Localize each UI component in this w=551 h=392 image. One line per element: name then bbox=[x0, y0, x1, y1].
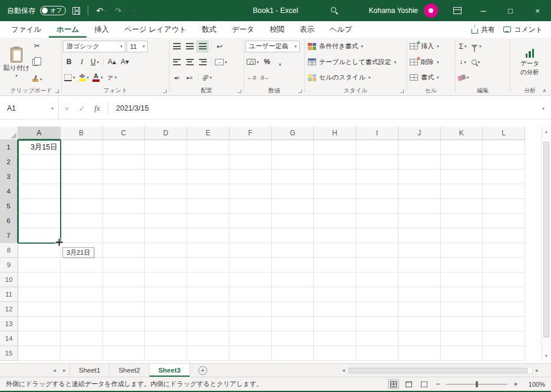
redo-button[interactable]: ↷▾ bbox=[113, 6, 127, 15]
sort-filter-button[interactable]: ▾ bbox=[470, 41, 483, 52]
cell-l6[interactable] bbox=[483, 214, 525, 228]
cell-c5[interactable] bbox=[103, 199, 145, 214]
cell-e6[interactable] bbox=[187, 214, 230, 228]
cell-a11[interactable] bbox=[18, 287, 61, 302]
cell-l11[interactable] bbox=[483, 287, 525, 302]
undo-button[interactable]: ↶▾ bbox=[94, 6, 108, 15]
phonetic-guide-button[interactable]: ァ▾ bbox=[105, 72, 118, 84]
row-header-12[interactable]: 12 bbox=[0, 302, 18, 317]
font-size-combo[interactable]: 11▾ bbox=[127, 41, 148, 52]
new-sheet-button[interactable]: + bbox=[198, 366, 207, 375]
copy-button[interactable]: ▾ bbox=[31, 57, 44, 68]
cell-e13[interactable] bbox=[187, 317, 230, 331]
cell-k8[interactable] bbox=[441, 243, 483, 258]
cell-j13[interactable] bbox=[399, 317, 441, 331]
cell-l8[interactable] bbox=[483, 243, 525, 258]
zoom-slider[interactable] bbox=[446, 384, 507, 385]
cell-a1[interactable]: 3月15日 bbox=[18, 140, 61, 155]
ribbon-tab-6[interactable]: 校閲 bbox=[262, 21, 292, 38]
ribbon-tab-7[interactable]: 表示 bbox=[292, 21, 322, 38]
row-header-11[interactable]: 11 bbox=[0, 287, 18, 302]
cell-l13[interactable] bbox=[483, 317, 525, 331]
cell-g15[interactable] bbox=[272, 346, 314, 361]
cell-h3[interactable] bbox=[314, 170, 356, 184]
close-button[interactable]: × bbox=[524, 0, 551, 21]
cell-e7[interactable] bbox=[187, 228, 230, 243]
cell-k2[interactable] bbox=[441, 155, 483, 170]
font-color-button[interactable]: A▾ bbox=[91, 72, 104, 84]
cell-g11[interactable] bbox=[272, 287, 314, 302]
column-header-d[interactable]: D bbox=[145, 127, 187, 140]
ribbon-tab-3[interactable]: ページ レイアウト bbox=[117, 21, 194, 38]
cell-i13[interactable] bbox=[356, 317, 399, 331]
row-header-13[interactable]: 13 bbox=[0, 317, 18, 331]
cell-a7[interactable] bbox=[18, 228, 61, 243]
cell-l3[interactable] bbox=[483, 170, 525, 184]
column-header-j[interactable]: J bbox=[399, 127, 441, 140]
cell-f4[interactable] bbox=[230, 184, 272, 199]
percent-style-button[interactable]: % bbox=[261, 56, 273, 68]
cell-k13[interactable] bbox=[441, 317, 483, 331]
fill-button[interactable]: ↓▾ bbox=[457, 56, 469, 68]
undo-dropdown-icon[interactable]: ▾ bbox=[104, 9, 107, 13]
cell-g14[interactable] bbox=[272, 331, 314, 346]
name-box[interactable]: A1 ▾ bbox=[0, 98, 59, 119]
zoom-level[interactable]: 100% bbox=[524, 381, 545, 388]
cell-j15[interactable] bbox=[399, 346, 441, 361]
row-header-5[interactable]: 5 bbox=[0, 199, 18, 214]
cell-i11[interactable] bbox=[356, 287, 399, 302]
cell-h11[interactable] bbox=[314, 287, 356, 302]
view-page-break-button[interactable] bbox=[419, 379, 430, 389]
column-header-h[interactable]: H bbox=[314, 127, 356, 140]
cell-e11[interactable] bbox=[187, 287, 230, 302]
cell-f9[interactable] bbox=[230, 258, 272, 273]
clipboard-dialog-launcher[interactable] bbox=[55, 89, 59, 93]
cell-d12[interactable] bbox=[145, 302, 187, 317]
insert-cells-button[interactable]: 挿入▾ bbox=[408, 40, 441, 52]
share-button[interactable]: 共有 bbox=[472, 25, 495, 35]
cell-i8[interactable] bbox=[356, 243, 399, 258]
search-button[interactable] bbox=[331, 6, 336, 14]
cell-h1[interactable] bbox=[314, 140, 356, 155]
cell-a3[interactable] bbox=[18, 170, 61, 184]
cell-f7[interactable] bbox=[230, 228, 272, 243]
cell-b7[interactable] bbox=[61, 228, 103, 243]
styles-dialog-launcher[interactable] bbox=[400, 89, 404, 93]
clear-button[interactable]: ▾ bbox=[457, 72, 470, 84]
cell-h10[interactable] bbox=[314, 273, 356, 287]
cell-e4[interactable] bbox=[187, 184, 230, 199]
cell-l15[interactable] bbox=[483, 346, 525, 361]
cell-i4[interactable] bbox=[356, 184, 399, 199]
cell-h2[interactable] bbox=[314, 155, 356, 170]
enter-button[interactable]: ✓ bbox=[74, 104, 89, 113]
cell-j7[interactable] bbox=[399, 228, 441, 243]
comments-button[interactable]: コメント bbox=[503, 25, 543, 35]
cell-i14[interactable] bbox=[356, 331, 399, 346]
cell-a14[interactable] bbox=[18, 331, 61, 346]
cell-styles-button[interactable]: セルのスタイル▾ bbox=[306, 71, 372, 84]
cell-h6[interactable] bbox=[314, 214, 356, 228]
cell-g4[interactable] bbox=[272, 184, 314, 199]
cell-k1[interactable] bbox=[441, 140, 483, 155]
cell-b14[interactable] bbox=[61, 331, 103, 346]
cell-b13[interactable] bbox=[61, 317, 103, 331]
cell-j2[interactable] bbox=[399, 155, 441, 170]
cell-d14[interactable] bbox=[145, 331, 187, 346]
cell-e2[interactable] bbox=[187, 155, 230, 170]
cell-k9[interactable] bbox=[441, 258, 483, 273]
align-bottom-button[interactable] bbox=[197, 41, 208, 52]
cell-c7[interactable] bbox=[103, 228, 145, 243]
cell-j5[interactable] bbox=[399, 199, 441, 214]
cell-c12[interactable] bbox=[103, 302, 145, 317]
cell-d11[interactable] bbox=[145, 287, 187, 302]
cell-j6[interactable] bbox=[399, 214, 441, 228]
cell-f12[interactable] bbox=[230, 302, 272, 317]
cell-d7[interactable] bbox=[145, 228, 187, 243]
decrease-decimal-button[interactable]: .0→ bbox=[258, 72, 270, 84]
ribbon-tab-4[interactable]: 数式 bbox=[194, 21, 224, 38]
horizontal-scrollbar[interactable]: ◂ ▸ bbox=[339, 365, 542, 376]
cell-f10[interactable] bbox=[230, 273, 272, 287]
cell-f8[interactable] bbox=[230, 243, 272, 258]
cell-f5[interactable] bbox=[230, 199, 272, 214]
column-header-c[interactable]: C bbox=[103, 127, 145, 140]
